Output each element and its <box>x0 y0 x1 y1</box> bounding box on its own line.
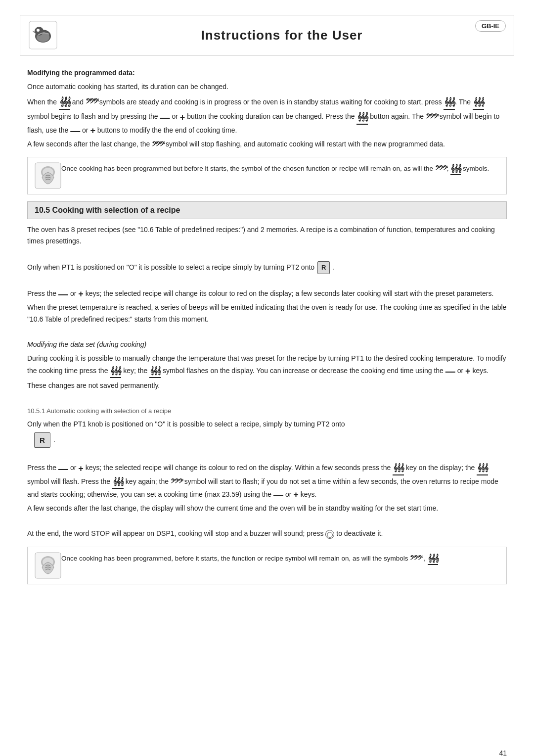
plus-icon-1: + <box>180 113 185 122</box>
s105-r-button: R . <box>33 432 507 448</box>
page: Instructions for the User GB-IE Modifyin… <box>0 15 534 756</box>
modifying-line1: Once automatic cooking has started, its … <box>27 81 507 93</box>
plus-icon-3: + <box>78 289 84 298</box>
s105-p9: A few seconds after the last change, the… <box>27 503 507 515</box>
plus-icon-6: + <box>293 490 299 499</box>
clock-icon-2: 𝄢𝄢𝄢 <box>426 110 438 124</box>
timer-icon-note2: 𝄞𝄞𝄞 <box>428 552 438 565</box>
s105-p6: These changes are not saved permanently. <box>27 380 507 392</box>
content: Modifying the programmed data: Once auto… <box>27 67 507 584</box>
s105-p8: Press the — or + keys; the selected reci… <box>27 462 507 501</box>
clock-icon-note1: 𝄢𝄢𝄢 <box>435 163 447 175</box>
minus-icon-3: — <box>58 289 68 299</box>
minus-icon-5: — <box>58 464 68 473</box>
plus-icon-4: + <box>465 367 471 376</box>
clock-icon-4: 𝄢𝄢𝄢 <box>171 476 182 489</box>
minus-icon-2: — <box>70 126 80 136</box>
section-105-content: The oven has 8 preset recipes (see "10.6… <box>27 224 507 540</box>
timer-icon-9: 𝄞𝄞𝄞 <box>112 475 124 489</box>
s105-modifying-dataset: Modifying the data set (during cooking) <box>27 339 507 351</box>
clock-icon-3: 𝄢𝄢𝄢 <box>152 138 164 151</box>
modifying-title: Modifying the programmed data: <box>27 67 507 79</box>
timer-icon-6: 𝄞𝄞𝄞 <box>149 365 161 378</box>
note-box-1: Once cooking has been programmed but bef… <box>27 157 507 194</box>
r-button-2: R <box>34 432 50 448</box>
timer-icon-7: 𝄞𝄞𝄞 <box>393 462 404 475</box>
timer-icon-2: 𝄞𝄞𝄞 <box>444 95 455 109</box>
timer-icon-3: 𝄞𝄞𝄞 <box>473 95 484 109</box>
s105-p4: When the preset temperature is reached, … <box>27 302 507 326</box>
circle-icon: ◯ <box>325 530 334 539</box>
note-icon-1 <box>35 162 61 189</box>
timer-icon-4: 𝄞𝄞𝄞 <box>356 110 368 124</box>
timer-icon-5: 𝄞𝄞𝄞 <box>110 365 121 378</box>
header-title: Instructions for the User <box>58 28 506 43</box>
header-logo <box>28 20 58 50</box>
section-105-header: 10.5 Cooking with selection of a recipe <box>27 201 507 219</box>
r-button-1: R <box>317 261 330 274</box>
s105-p2: Only when PT1 is positioned on "O" it is… <box>27 261 507 274</box>
timer-icon-note1: 𝄞𝄞𝄞 <box>450 162 461 175</box>
minus-icon-1: — <box>160 112 170 122</box>
note-text-2: Once cooking has been programmed, before… <box>61 552 440 565</box>
s105-p5: During cooking it is possible to manuall… <box>27 353 507 378</box>
s105-p1: The oven has 8 preset recipes (see "10.6… <box>27 224 507 248</box>
modifying-programmed-section: Modifying the programmed data: Once auto… <box>27 67 507 152</box>
timer-icon-1: 𝄞𝄞𝄞 <box>59 95 70 110</box>
plus-icon-5: + <box>78 464 84 473</box>
header: Instructions for the User GB-IE <box>20 15 514 55</box>
clock-icon-note2: 𝄢𝄢𝄢 <box>410 553 422 565</box>
s105-subsection: 10.5.1 Automatic cooking with selection … <box>27 406 507 417</box>
header-badge: GB-IE <box>475 20 506 32</box>
minus-icon-4: — <box>445 366 455 376</box>
minus-icon-6: — <box>273 490 283 500</box>
modifying-line2: When the 𝄞𝄞𝄞 and 𝄢𝄢𝄢 symbols are steady … <box>27 95 507 137</box>
s105-p10: At the end, the word STOP will appear on… <box>27 528 507 540</box>
timer-icon-8: 𝄞𝄞𝄞 <box>477 462 488 475</box>
note-icon-2 <box>35 552 61 579</box>
s105-p3: Press the — or + keys; the selected reci… <box>27 288 507 300</box>
clock-icon-1: 𝄢𝄢𝄢 <box>86 95 97 110</box>
modifying-line3: A few seconds after the last change, the… <box>27 138 507 151</box>
note-box-2: Once cooking has been programmed, before… <box>27 547 507 584</box>
s105-p7: Only when the PT1 knob is positioned on … <box>27 419 507 430</box>
page-number: 41 <box>499 749 507 756</box>
svg-point-4 <box>37 29 40 32</box>
note-text-1: Once cooking has been programmed but bef… <box>61 162 489 175</box>
plus-icon-2: + <box>90 126 95 135</box>
